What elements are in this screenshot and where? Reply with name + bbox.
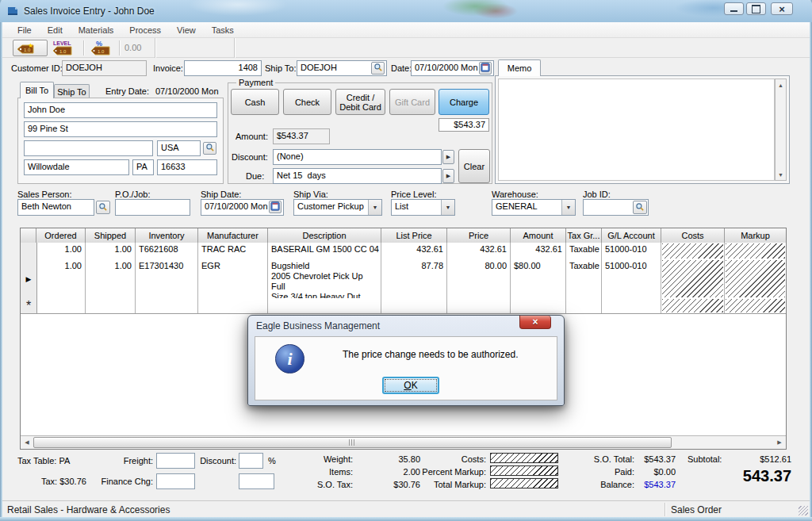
discount-total-field[interactable] xyxy=(239,453,263,469)
gift-card-button[interactable]: Gift Card xyxy=(389,89,435,115)
clear-button[interactable]: Clear xyxy=(458,149,490,183)
menu-edit[interactable]: Edit xyxy=(40,24,70,36)
bill-zip-field[interactable]: 16633 xyxy=(157,159,217,175)
scroll-down-icon[interactable]: ▼ xyxy=(776,169,786,180)
tab-bill-to[interactable]: Bill To xyxy=(20,82,54,98)
cell-manufacturer[interactable]: TRAC RAC xyxy=(198,243,268,259)
grid-horizontal-scrollbar[interactable]: ◀ ▶ xyxy=(21,435,786,449)
close-button[interactable]: × xyxy=(771,2,793,15)
cell-description[interactable]: BASERAIL GM 1500 CC 04 xyxy=(268,243,381,259)
bill-city-field[interactable]: Willowdale xyxy=(24,159,129,175)
due-dropdown-button[interactable]: ▶ xyxy=(442,169,454,183)
cell-amount[interactable]: 432.61 xyxy=(511,243,566,259)
col-costs: Costs xyxy=(661,228,725,243)
status-divider xyxy=(665,503,666,516)
freight-field[interactable] xyxy=(156,453,195,469)
cell-gl-account[interactable]: 51000-010 xyxy=(602,243,661,259)
bill-country-field[interactable]: USA xyxy=(157,140,201,156)
cell-tax-group[interactable]: Taxable xyxy=(566,243,602,259)
cash-button[interactable]: Cash xyxy=(231,89,279,115)
message-dialog: Eagle Business Management × i The price … xyxy=(247,315,565,406)
maximize-button[interactable] xyxy=(746,2,766,15)
scroll-up-icon[interactable]: ▲ xyxy=(776,79,786,90)
cell-shipped[interactable]: 1.00 xyxy=(86,259,136,298)
menu-tasks[interactable]: Tasks xyxy=(205,24,241,36)
title-bar[interactable]: Sales Invoice Entry - John Doe × xyxy=(0,0,812,22)
ship-via-dropdown[interactable]: Customer Pickup ▼ xyxy=(293,199,382,216)
price-level-dropdown[interactable]: List ▼ xyxy=(391,199,455,216)
bill-address1-field[interactable]: 99 Pine St xyxy=(24,121,217,137)
menu-view[interactable]: View xyxy=(170,24,203,36)
customer-id-field[interactable]: DOEJOH xyxy=(62,60,147,76)
cell-price[interactable]: 80.00 xyxy=(447,259,511,298)
menu-materials[interactable]: Materials xyxy=(71,24,121,36)
memo-scrollbar[interactable]: ▲ ▼ xyxy=(775,79,787,181)
chevron-down-icon[interactable]: ▼ xyxy=(561,200,575,215)
current-row-selector[interactable]: ▶ xyxy=(21,259,37,298)
resize-grip-icon[interactable] xyxy=(799,506,808,515)
job-id-search-button[interactable] xyxy=(633,201,647,214)
scroll-thumb[interactable] xyxy=(33,437,672,448)
items-value: 2.00 xyxy=(357,467,420,477)
cell-inventory[interactable]: T6621608 xyxy=(136,243,198,259)
sales-person-search-button[interactable] xyxy=(96,201,110,214)
svg-text:1.0: 1.0 xyxy=(98,49,105,54)
menu-file[interactable]: File xyxy=(10,24,39,36)
new-row[interactable]: * xyxy=(21,298,786,314)
credit-debit-button[interactable]: Credit / Debit Card xyxy=(335,89,385,115)
date-calendar-button[interactable] xyxy=(479,62,492,75)
cell-description[interactable]: Bugshield 2005 Chevrolet Pick Up Full Si… xyxy=(268,259,381,298)
cell-inventory[interactable]: E17301430 xyxy=(136,259,198,298)
cell-list-price[interactable]: 432.61 xyxy=(381,243,447,259)
tab-ship-to[interactable]: Ship To xyxy=(54,84,90,98)
sales-person-label: Sales Person: xyxy=(17,190,71,199)
cell-gl-account[interactable]: 51000-010 xyxy=(602,259,661,298)
cell-markup-hatched xyxy=(725,243,786,259)
tab-memo[interactable]: Memo xyxy=(498,59,541,76)
price-percent-icon[interactable]: %1.0 xyxy=(90,39,113,56)
finance-chg-field[interactable] xyxy=(156,473,195,489)
cell-ordered[interactable]: 1.00 xyxy=(36,243,86,259)
col-markup: Markup xyxy=(725,228,786,243)
cell-amount-editing[interactable]: $80.00 xyxy=(511,259,566,298)
invoice-number-field[interactable]: 1408 xyxy=(184,60,262,76)
sales-person-field[interactable]: Beth Newton xyxy=(17,199,94,216)
grid-header: Ordered Shipped Inventory Manufacturer D… xyxy=(21,228,786,243)
po-job-field[interactable] xyxy=(115,199,190,216)
customer-id-label: Customer ID: xyxy=(11,63,63,73)
memo-textarea[interactable] xyxy=(498,79,775,181)
cell-shipped[interactable]: 1.00 xyxy=(86,243,136,259)
due-combo[interactable]: Net 15 days xyxy=(273,168,442,184)
cell-tax-group[interactable]: Taxable xyxy=(566,259,602,298)
charge-button[interactable]: Charge xyxy=(439,89,489,115)
row-selector[interactable] xyxy=(21,243,37,259)
cash-button-label: Cash xyxy=(245,98,266,107)
cell-ordered[interactable]: 1.00 xyxy=(36,259,86,298)
chevron-down-icon[interactable]: ▼ xyxy=(441,200,454,215)
bill-name-field[interactable]: John Doe xyxy=(24,102,217,118)
check-button[interactable]: Check xyxy=(283,89,331,115)
chevron-down-icon[interactable]: ▼ xyxy=(368,200,381,215)
col-list-price: List Price xyxy=(381,228,447,243)
cell-price[interactable]: 432.61 xyxy=(447,243,511,259)
dialog-close-button[interactable]: × xyxy=(519,316,551,329)
cell-list-price[interactable]: 87.78 xyxy=(381,259,447,298)
ship-date-calendar-button[interactable] xyxy=(269,201,282,213)
ok-button[interactable]: OK xyxy=(382,377,439,394)
new-row-selector[interactable]: * xyxy=(21,298,37,313)
warehouse-dropdown[interactable]: GENERAL ▼ xyxy=(492,199,576,216)
discount-combo[interactable]: (None) xyxy=(273,149,442,165)
menu-process[interactable]: Process xyxy=(122,24,168,36)
scroll-right-icon[interactable]: ▶ xyxy=(774,437,785,448)
bill-state-field[interactable]: PA xyxy=(132,159,154,175)
price-level-icon[interactable]: LEVEL1.0 xyxy=(52,39,79,56)
discount-amount-field[interactable] xyxy=(239,473,274,489)
ship-to-search-button[interactable] xyxy=(371,62,385,75)
discount-dropdown-button[interactable]: ▶ xyxy=(442,150,454,164)
cell-manufacturer[interactable]: EGR xyxy=(198,259,268,298)
bill-address2-field[interactable] xyxy=(24,140,153,156)
price-tag-button[interactable]: 1.0★ xyxy=(13,40,48,56)
minimize-button[interactable] xyxy=(724,2,744,15)
scroll-left-icon[interactable]: ◀ xyxy=(21,437,33,448)
country-search-button[interactable] xyxy=(203,142,216,155)
